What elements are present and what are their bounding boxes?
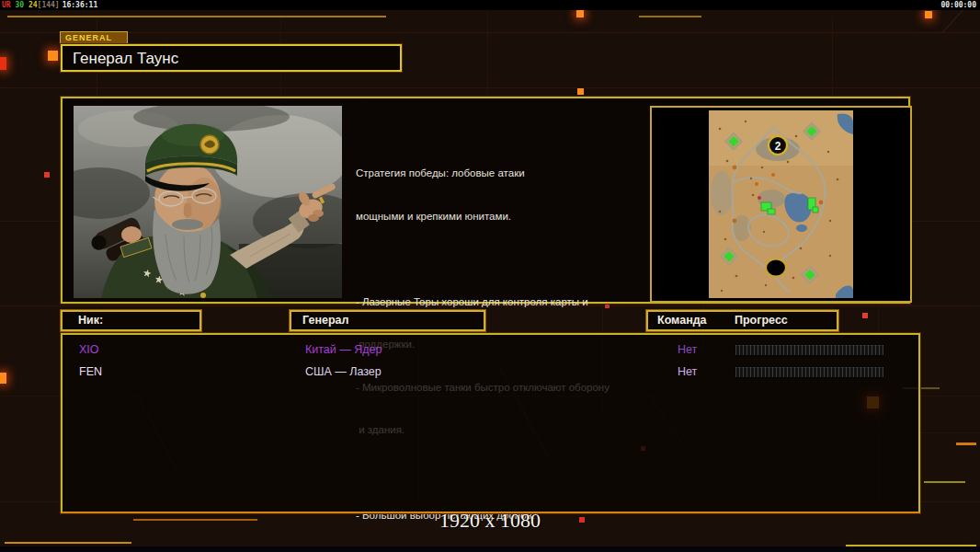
circuit-line [7,16,386,17]
stat-value-green: 30 [15,1,24,9]
player-progress-bar [735,344,884,356]
circuit-line [0,87,980,88]
glow-square [925,11,932,18]
general-portrait [74,106,342,298]
game-timer: 00:00:00 [940,0,976,10]
team-column-label: Команда [657,312,707,329]
tab-general[interactable]: GENERAL [60,31,128,44]
glow-square [576,10,584,17]
bio-line [356,252,659,267]
stat-value-yellow: 24 [28,1,38,9]
bio-line: мощными и крепкими юнитами. [356,210,659,224]
resolution-label: 1920 x 1080 [0,509,980,533]
glow-square [0,373,6,384]
clock-text: 16:36:11 [63,1,98,9]
circuit-line [639,16,701,17]
players-list-panel: XIO Китай — Ядер Нет FEN США — Лазер Нет [61,333,920,513]
column-header-team-progress: Команда Прогресс [646,310,838,331]
circuit-line [5,542,131,544]
player-team: Нет [678,364,697,379]
progress-column-label: Прогресс [735,312,788,329]
bottom-edge-strip [0,546,980,552]
nick-column-label: Ник: [78,314,103,327]
player-team: Нет [678,342,697,357]
column-header-nick: Ник: [61,310,201,331]
glow-square [0,57,6,70]
general-column-label: Генерал [302,314,348,327]
general-info-panel: Стратегия победы: лобовые атаки мощными … [61,97,910,304]
general-name-title: Генерал Таунс [61,44,402,72]
circuit-line [487,10,488,93]
circuit-line [0,32,980,33]
circuit-line [924,481,965,483]
stat-label: UR [2,1,11,9]
debug-status-bar: UR 30 24[144]16:36:11 00:00:00 [0,0,980,10]
minimap-image: 2 [652,108,910,301]
glow-square [48,51,58,61]
performance-stats: UR 30 24[144]16:36:11 [2,0,97,10]
column-header-general: Генерал [290,310,485,331]
bio-line: Стратегия победы: лобовые атаки [356,167,659,181]
player-row[interactable]: FEN США — Лазер Нет [63,361,918,383]
glow-square [577,88,584,95]
player-nick: XIO [79,342,99,357]
circuit-line [956,443,976,445]
glow-square [44,172,50,178]
minimap-start-marker-2: 2 [775,140,781,153]
player-progress-bar [735,366,884,378]
glow-square [862,313,868,318]
player-row[interactable]: XIO Китай — Ядер Нет [63,339,918,361]
bio-line: - Лазерные Торы хороши для контроля карт… [356,295,659,310]
player-nick: FEN [79,364,102,379]
portrait-image [74,106,342,298]
player-general: Китай — Ядер [305,342,382,357]
player-general: США — Лазер [305,364,382,379]
stat-value-bracket: [144] [38,1,60,9]
minimap-preview: 2 [650,106,912,303]
